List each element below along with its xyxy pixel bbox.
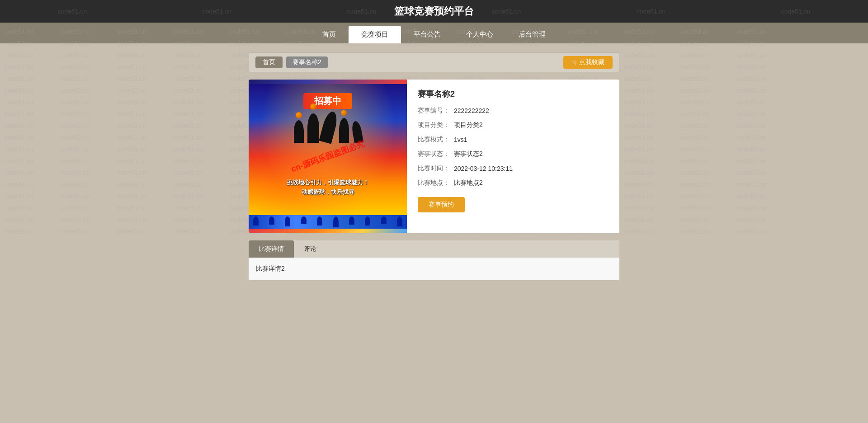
value-location: 比赛地点2 (454, 179, 483, 187)
nav-home[interactable]: 首页 (310, 26, 349, 43)
event-image: 招募中 (249, 80, 407, 233)
label-category: 项目分类： (418, 121, 449, 129)
event-card: 招募中 (249, 80, 619, 233)
tabs-card: 比赛详情 评论 比赛详情2 (249, 240, 619, 280)
nav-announcement[interactable]: 平台公告 (401, 26, 453, 43)
detail-row-location: 比赛地点： 比赛地点2 (418, 179, 609, 187)
value-category: 项目分类2 (454, 121, 483, 129)
tab-details[interactable]: 比赛详情 (249, 240, 294, 258)
slogan-line1: 挑战地心引力，引爆篮球魅力！ (253, 178, 402, 188)
event-title: 赛事名称2 (418, 89, 609, 99)
register-button[interactable]: 赛事预约 (418, 197, 465, 212)
event-image-inner: 招募中 (249, 84, 407, 229)
slogan-line2: 动感篮球，快乐找寻 (253, 188, 402, 197)
value-time: 2022-03-12 10:23:11 (454, 165, 513, 172)
breadcrumb-current[interactable]: 赛事名称2 (286, 56, 328, 68)
star-icon: ☆ (571, 59, 577, 66)
detail-row-number: 赛事编号： 2222222222 (418, 107, 609, 115)
value-status: 赛事状态2 (454, 150, 483, 158)
tab-content-details: 比赛详情2 (249, 258, 619, 280)
header: code51.cn code51.cn code51.cn code51.cn … (0, 0, 868, 23)
nav-competition[interactable]: 竞赛项目 (349, 26, 401, 43)
value-mode: 1vs1 (454, 136, 467, 143)
fav-button[interactable]: ☆ 点我收藏 (563, 56, 613, 69)
label-time: 比赛时间： (418, 164, 449, 173)
detail-row-category: 项目分类： 项目分类2 (418, 121, 609, 129)
nav-personal[interactable]: 个人中心 (453, 26, 506, 43)
breadcrumb: 首页 赛事名称2 ☆ 点我收藏 (249, 52, 619, 72)
label-status: 赛事状态： (418, 150, 449, 158)
label-number: 赛事编号： (418, 107, 449, 115)
detail-row-mode: 比赛模式： 1vs1 (418, 136, 609, 144)
detail-row-time: 比赛时间： 2022-03-12 10:23:11 (418, 164, 609, 173)
label-location: 比赛地点： (418, 179, 449, 187)
detail-row-status: 赛事状态： 赛事状态2 (418, 150, 609, 158)
tabs-header: 比赛详情 评论 (249, 240, 619, 258)
tab-comments[interactable]: 评论 (294, 240, 326, 258)
nav-admin[interactable]: 后台管理 (506, 26, 558, 43)
event-details: 赛事名称2 赛事编号： 2222222222 项目分类： 项目分类2 比赛模式：… (407, 80, 619, 233)
breadcrumb-home[interactable]: 首页 (255, 56, 283, 68)
audience-area (249, 215, 407, 229)
image-watermark: cn-源码乐园盗图必究 (290, 138, 366, 174)
site-title: 篮球竞赛预约平台 (394, 5, 474, 18)
label-mode: 比赛模式： (418, 136, 449, 144)
main-nav: 首页 竞赛项目 平台公告 个人中心 后台管理 (0, 23, 868, 43)
page-content: 首页 赛事名称2 ☆ 点我收藏 招募中 (249, 43, 619, 289)
fav-label: 点我收藏 (579, 58, 604, 66)
value-number: 2222222222 (454, 107, 489, 114)
